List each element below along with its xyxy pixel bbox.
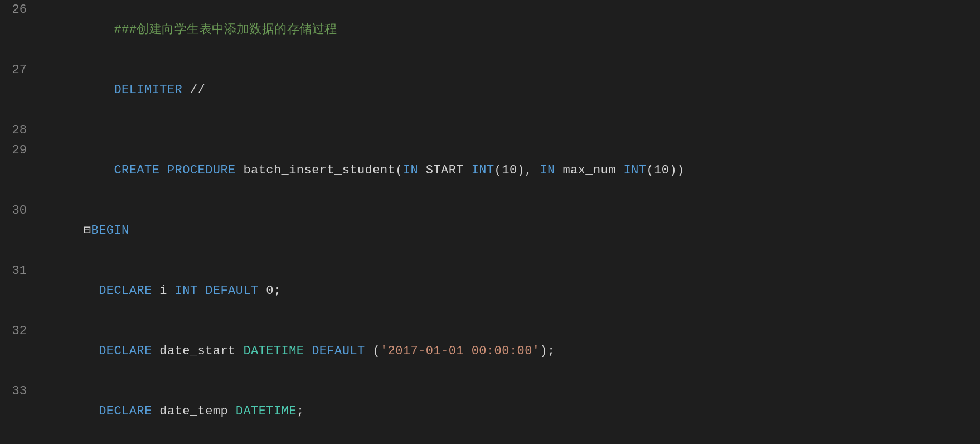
line-content-31: DECLARE i INT DEFAULT 0; [38,261,980,321]
indent [84,284,99,298]
indent [84,163,114,177]
param1: START [418,163,472,177]
line-content-30: ⊟BEGIN [38,201,980,261]
string-date: '2017-01-01 00:00:00' [380,344,540,358]
proc-name: batch_insert_student( [236,163,403,177]
keyword-delimiter: DELIMITER [114,83,182,97]
keyword-default2: DEFAULT [312,344,365,358]
type-datetime2: DATETIME [236,404,297,418]
indent [84,404,99,418]
int-size2: (10)) [646,163,684,177]
var-date-temp: date_temp [152,404,236,418]
code-line-28: 28 [0,120,980,141]
keyword-int1: INT [472,163,494,177]
delimiter-value: // [182,83,205,97]
default-paren: ( [365,344,380,358]
line-content-27: DELIMITER // [38,60,980,120]
keyword-in1: IN [403,163,418,177]
code-line-30: 30 ⊟BEGIN [0,201,980,261]
line-number-32: 32 [0,321,38,341]
indent [84,344,99,358]
keyword-create: CREATE [114,163,159,177]
code-line-26: 26 ###创建向学生表中添加数据的存储过程 [0,0,980,60]
line-number-34: 34 [0,442,38,444]
keyword-procedure: PROCEDURE [167,163,236,177]
default-val1: 0; [259,284,282,298]
line-number-30: 30 [0,201,38,221]
keyword-int2: INT [624,163,647,177]
keyword-declare2: DECLARE [99,344,152,358]
line-number-27: 27 [0,60,38,80]
var-date-start: date_start [152,344,244,358]
type-datetime1: DATETIME [243,344,304,358]
keyword-int3: INT [175,284,198,298]
line-content-33: DECLARE date_temp DATETIME; [38,382,980,442]
space3 [304,344,312,358]
fold-begin: ⊟ [84,224,91,238]
param2: max_num [555,163,624,177]
line-content-26: ###创建向学生表中添加数据的存储过程 [38,0,980,60]
close-paren: ); [540,344,555,358]
line-content-29: CREATE PROCEDURE batch_insert_student(IN… [38,141,980,201]
code-line-33: 33 DECLARE date_temp DATETIME; [0,382,980,442]
code-line-34: 34 SET date_temp = date_start; [0,442,980,444]
keyword-default1: DEFAULT [205,284,259,298]
line-number-29: 29 [0,141,38,161]
code-line-32: 32 DECLARE date_start DATETIME DEFAULT (… [0,321,980,382]
line-number-26: 26 [0,0,38,20]
keyword-in2: IN [540,163,555,177]
code-line-29: 29 CREATE PROCEDURE batch_insert_student… [0,141,980,201]
var-i: i [152,284,175,298]
line-number-33: 33 [0,382,38,402]
code-line-31: 31 DECLARE i INT DEFAULT 0; [0,261,980,321]
line-content-34: SET date_temp = date_start; [38,442,980,444]
keyword-begin: BEGIN [91,224,129,238]
line-number-31: 31 [0,261,38,281]
int-size1: (10), [494,163,540,177]
keyword-declare3: DECLARE [99,404,152,418]
space [159,163,167,177]
comment-token: ###创建向学生表中添加数据的存储过程 [84,23,337,37]
line-number-28: 28 [0,120,38,141]
code-editor: 26 ###创建向学生表中添加数据的存储过程 27 DELIMITER // 2… [0,0,980,444]
code-line-27: 27 DELIMITER // [0,60,980,120]
keyword-declare1: DECLARE [99,284,152,298]
line-content-32: DECLARE date_start DATETIME DEFAULT ('20… [38,321,980,382]
space2 [198,284,206,298]
semicolon1: ; [297,404,304,418]
indent [84,83,114,97]
